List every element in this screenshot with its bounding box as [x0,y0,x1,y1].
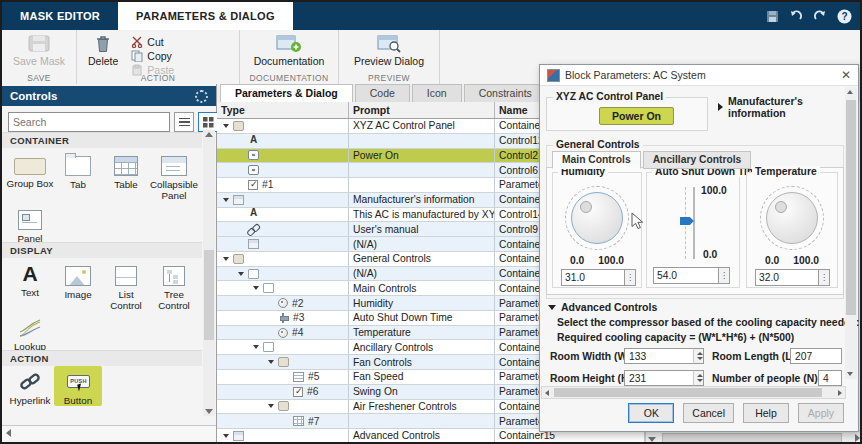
controls-panel-bottom-scrollbar[interactable] [2,425,216,440]
number-of-people-field[interactable]: 4 [818,370,842,386]
scroll-left-icon[interactable] [545,390,549,396]
room-width-field[interactable]: 133 [624,348,694,364]
shutdown-value-field[interactable]: 54.0 [653,267,719,284]
scroll-left-icon[interactable] [6,429,11,437]
control-item-collapsible-panel[interactable]: Collapsible Panel [150,148,198,202]
redo-icon[interactable] [813,10,827,22]
scroll-down-icon[interactable] [205,409,213,414]
ribbon-group-preview-label: PREVIEW [339,73,439,83]
tab-icon[interactable]: Icon [412,84,462,102]
control-item-tree-control[interactable]: Tree Control [150,258,198,312]
documentation-button[interactable]: Documentation [249,33,330,69]
copy-button[interactable]: Copy [131,49,174,62]
control-item-button[interactable]: PUSH Button [54,366,102,406]
cut-button[interactable]: Cut [131,35,174,48]
shutdown-min: 0.0 [703,249,717,260]
column-header-prompt[interactable]: Prompt [349,102,495,118]
apply-button[interactable]: Apply [798,403,844,423]
save-icon[interactable] [766,10,779,23]
ok-button[interactable]: OK [628,403,674,423]
delete-button[interactable]: Delete [83,33,123,69]
documentation-icon [276,35,302,53]
advanced-controls-toggle[interactable]: Advanced Controls [548,301,657,313]
control-item-group-box[interactable]: Group Box [6,148,54,202]
spinner-up-down-icon[interactable] [693,370,704,386]
control-item-label: Hyperlink [10,395,51,406]
control-item-panel[interactable]: Panel [6,202,54,244]
control-item-image[interactable]: Image [54,258,102,312]
help-icon[interactable]: ? [837,9,852,24]
slider-handle[interactable] [680,217,694,225]
preview-horizontal-scrollbar[interactable] [660,430,862,444]
help-button[interactable]: Help [743,403,789,423]
ribbon-group-documentation-label: DOCUMENTATION [240,73,338,83]
tab-parameters-and-dialog[interactable]: Parameters & Dialog [220,84,353,102]
panel-icon [248,239,259,249]
power-on-button[interactable]: Power On [599,107,674,125]
tab-parameters-dialog[interactable]: PARAMETERS & DIALOG [118,2,293,30]
control-item-tab[interactable]: Tab [54,148,102,202]
dialog-vertical-scrollbar[interactable] [845,87,857,379]
knob-icon [278,328,288,338]
controls-panel-scrollbar[interactable] [203,130,215,416]
scrollbar-thumb[interactable] [204,250,214,340]
tab-main-controls[interactable]: Main Controls [552,151,641,169]
list-control-icon [115,266,137,286]
humidity-knob[interactable] [565,186,629,250]
dialog-horizontal-scrollbar[interactable] [541,386,846,399]
search-input[interactable] [8,112,170,132]
control-item-hyperlink[interactable]: Hyperlink [6,366,54,406]
gear-icon[interactable] [195,90,208,103]
manufacturer-info-toggle[interactable]: Manufacturer's information [718,95,858,119]
xyz-panel-label: XYZ AC Control Panel [553,91,666,102]
controls-panel-title: Controls [10,90,57,102]
section-header-action: ACTION [2,350,202,366]
room-length-field[interactable]: 207 [790,348,842,364]
tab-code[interactable]: Code [355,84,410,102]
room-height-field[interactable]: 231 [624,370,694,386]
dialog-title-bar[interactable]: Block Parameters: AC System ✕ [540,65,858,86]
temperature-value-field[interactable]: 32.0 [755,269,819,286]
grid-view-icon[interactable] [198,112,218,132]
scrollbar-thumb[interactable] [846,100,856,315]
spinner-icon[interactable]: ⋮ [819,269,830,286]
control-item-text[interactable]: AText [6,258,54,312]
scroll-right-icon[interactable] [838,390,842,396]
spinner-icon[interactable]: ⋮ [625,269,636,286]
scroll-down-icon[interactable] [648,437,656,442]
control-item-label: Collapsible Panel [150,179,198,202]
scroll-down-icon[interactable] [847,372,853,376]
close-icon[interactable]: ✕ [841,69,851,81]
mouse-cursor [631,212,644,230]
room-height-label: Room Height (H) [550,373,632,384]
scroll-right-icon[interactable] [855,434,860,442]
humidity-value-field[interactable]: 31.0 [561,269,625,286]
controls-panel: Controls CONTAINER Group Box Tab Table C… [2,84,217,444]
scrollbar-thumb[interactable] [662,433,842,444]
cancel-button[interactable]: Cancel [683,403,734,423]
preview-dialog-button[interactable]: Preview Dialog [349,33,429,69]
scrollbar-thumb[interactable] [554,388,822,397]
auto-shutdown-group: Auto Shut Down Time 100.0 0.0 54.0⋮ [646,172,740,288]
save-mask-button[interactable]: Save Mask [8,33,70,69]
tab-ancillary-controls[interactable]: Ancillary Controls [643,151,752,169]
scroll-up-icon[interactable] [847,90,853,94]
tab-constraints[interactable]: Constraints [464,84,547,102]
ribbon-group-save: Save Mask SAVE [2,30,77,84]
control-item-label: Image [64,289,91,300]
list-view-icon[interactable] [174,112,194,132]
column-header-type[interactable]: Type [217,102,349,118]
control-item-list-control[interactable]: List Control [102,258,150,312]
spinner-up-down-icon[interactable] [693,348,704,364]
slider-track[interactable] [693,187,695,259]
temperature-knob[interactable] [760,186,824,250]
spinner-icon[interactable]: ⋮ [719,267,730,284]
documentation-label: Documentation [254,55,325,67]
undo-icon[interactable] [789,10,803,22]
preview-dialog-icon [376,35,402,53]
scroll-up-icon[interactable] [205,132,213,137]
tab-mask-editor[interactable]: MASK EDITOR [2,2,118,30]
hyperlink-icon [19,372,41,392]
control-item-table[interactable]: Table [102,148,150,202]
slider-icon [278,313,289,323]
